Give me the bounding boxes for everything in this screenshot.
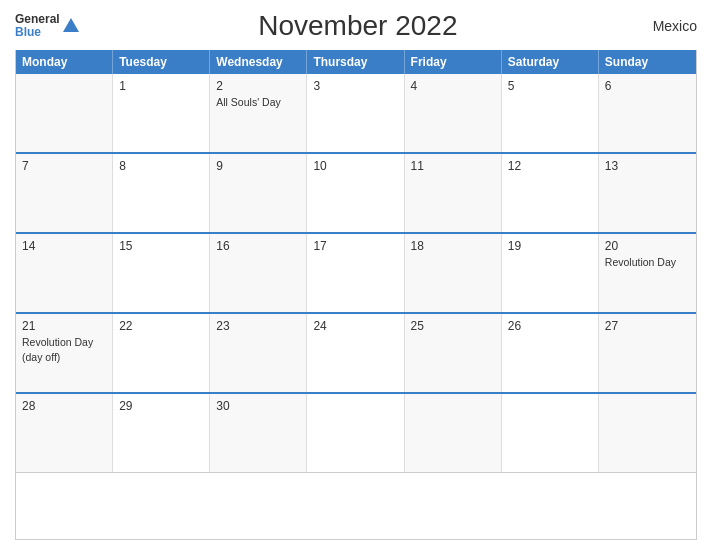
day-number: 15	[119, 239, 203, 253]
calendar-cell: 27	[599, 314, 696, 392]
calendar-cell: 12	[502, 154, 599, 232]
calendar-cell: 8	[113, 154, 210, 232]
calendar-week: 282930	[16, 394, 696, 473]
calendar-cell	[307, 394, 404, 472]
calendar-header-cell: Tuesday	[113, 50, 210, 74]
calendar-cell: 2All Souls' Day	[210, 74, 307, 152]
day-number: 28	[22, 399, 106, 413]
calendar-cell: 15	[113, 234, 210, 312]
calendar-cell: 28	[16, 394, 113, 472]
calendar-header: MondayTuesdayWednesdayThursdayFridaySatu…	[16, 50, 696, 74]
event-label: Revolution Day (day off)	[22, 336, 93, 363]
day-number: 11	[411, 159, 495, 173]
day-number: 1	[119, 79, 203, 93]
calendar-cell: 7	[16, 154, 113, 232]
day-number: 30	[216, 399, 300, 413]
calendar-header-cell: Sunday	[599, 50, 696, 74]
event-label: Revolution Day	[605, 256, 676, 268]
calendar-cell: 17	[307, 234, 404, 312]
page-title: November 2022	[79, 10, 637, 42]
calendar-cell: 14	[16, 234, 113, 312]
day-number: 23	[216, 319, 300, 333]
header: General Blue November 2022 Mexico	[15, 10, 697, 42]
calendar-header-cell: Thursday	[307, 50, 404, 74]
logo-blue: Blue	[15, 26, 60, 39]
calendar-cell: 22	[113, 314, 210, 392]
calendar-header-cell: Monday	[16, 50, 113, 74]
logo-text: General Blue	[15, 13, 60, 39]
day-number: 24	[313, 319, 397, 333]
calendar-header-cell: Friday	[405, 50, 502, 74]
day-number: 19	[508, 239, 592, 253]
calendar-cell: 29	[113, 394, 210, 472]
calendar-cell	[405, 394, 502, 472]
country-label: Mexico	[637, 18, 697, 34]
calendar-week: 21Revolution Day (day off)222324252627	[16, 314, 696, 394]
calendar-week: 14151617181920Revolution Day	[16, 234, 696, 314]
calendar-week: 78910111213	[16, 154, 696, 234]
calendar-cell: 30	[210, 394, 307, 472]
calendar-cell: 13	[599, 154, 696, 232]
day-number: 26	[508, 319, 592, 333]
calendar-body: 12All Souls' Day345678910111213141516171…	[16, 74, 696, 473]
page: General Blue November 2022 Mexico Monday…	[0, 0, 712, 550]
calendar-cell: 18	[405, 234, 502, 312]
day-number: 25	[411, 319, 495, 333]
day-number: 22	[119, 319, 203, 333]
day-number: 4	[411, 79, 495, 93]
calendar-cell: 26	[502, 314, 599, 392]
logo-triangle-icon	[63, 18, 79, 32]
day-number: 18	[411, 239, 495, 253]
calendar-cell: 16	[210, 234, 307, 312]
logo: General Blue	[15, 13, 79, 39]
calendar-cell: 25	[405, 314, 502, 392]
calendar-cell: 5	[502, 74, 599, 152]
day-number: 29	[119, 399, 203, 413]
day-number: 6	[605, 79, 690, 93]
day-number: 17	[313, 239, 397, 253]
day-number: 20	[605, 239, 690, 253]
calendar-week: 12All Souls' Day3456	[16, 74, 696, 154]
day-number: 13	[605, 159, 690, 173]
calendar-header-cell: Saturday	[502, 50, 599, 74]
calendar-cell: 11	[405, 154, 502, 232]
calendar-cell: 19	[502, 234, 599, 312]
day-number: 27	[605, 319, 690, 333]
calendar-cell	[502, 394, 599, 472]
event-label: All Souls' Day	[216, 96, 280, 108]
calendar-cell: 20Revolution Day	[599, 234, 696, 312]
day-number: 14	[22, 239, 106, 253]
calendar-cell: 24	[307, 314, 404, 392]
day-number: 10	[313, 159, 397, 173]
day-number: 12	[508, 159, 592, 173]
day-number: 21	[22, 319, 106, 333]
calendar-cell: 10	[307, 154, 404, 232]
calendar-cell	[16, 74, 113, 152]
day-number: 16	[216, 239, 300, 253]
calendar: MondayTuesdayWednesdayThursdayFridaySatu…	[15, 50, 697, 540]
day-number: 9	[216, 159, 300, 173]
calendar-cell: 9	[210, 154, 307, 232]
calendar-cell: 4	[405, 74, 502, 152]
calendar-cell: 23	[210, 314, 307, 392]
day-number: 7	[22, 159, 106, 173]
day-number: 2	[216, 79, 300, 93]
calendar-header-cell: Wednesday	[210, 50, 307, 74]
calendar-cell: 1	[113, 74, 210, 152]
day-number: 5	[508, 79, 592, 93]
day-number: 3	[313, 79, 397, 93]
calendar-cell: 21Revolution Day (day off)	[16, 314, 113, 392]
calendar-cell: 3	[307, 74, 404, 152]
calendar-cell	[599, 394, 696, 472]
day-number: 8	[119, 159, 203, 173]
calendar-cell: 6	[599, 74, 696, 152]
